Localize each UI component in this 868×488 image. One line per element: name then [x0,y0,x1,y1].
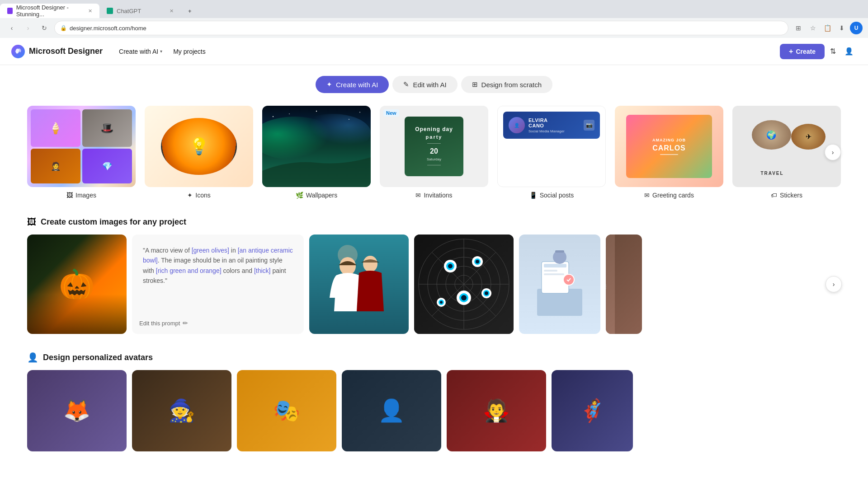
svg-point-5 [316,111,317,112]
svg-point-7 [359,112,360,113]
avatar-1[interactable]: 🦊 [27,370,127,451]
category-social[interactable]: 👤 ELVIRA CANO Social Media Manager 📷 📱 [497,106,606,199]
svg-point-28 [461,295,467,300]
svg-rect-38 [544,270,557,272]
svg-point-22 [448,264,453,268]
stickers-text: Stickers [780,192,802,199]
active-tab[interactable]: Microsoft Designer - Stunning... ✕ [0,4,99,18]
category-next-button[interactable]: › [825,144,841,160]
stickers-icon: 🏷 [771,192,777,199]
design-tab-icon: ⊞ [472,80,478,89]
logo-text: Microsoft Designer [29,47,103,56]
avatar-4[interactable]: 👤 [342,370,441,451]
collections-button[interactable]: 📋 [821,22,834,34]
avatar-2[interactable]: 🧙 [132,370,231,451]
design-tab-label: Design from scratch [481,81,542,89]
forward-button[interactable]: › [22,22,34,34]
svg-point-6 [349,119,349,120]
pumpkin-gallery-item[interactable]: 🎃 [27,235,127,334]
spider-gallery-item[interactable] [414,235,514,334]
profile-initial: U [854,25,859,31]
custom-images-section: 🖼 Create custom images for any project 🎃… [27,217,841,334]
create-with-ai-tab[interactable]: ✦ Create with AI [316,76,389,93]
greeting-text: Greeting cards [652,192,694,199]
main-tab-bar: ✦ Create with AI ✎ Edit with AI ⊞ Design… [27,76,841,93]
prompt-card[interactable]: "A macro view of [green olives] in [an a… [132,235,304,334]
reload-button[interactable]: ↻ [38,22,51,34]
prompt-text-2: in [229,247,238,254]
my-projects-label: My projects [173,48,206,55]
create-plus-icon: + [789,47,793,56]
avatars-header: 👤 Design personalized avatars [27,352,841,363]
greeting-thumb: Amazing job CARLOS [615,106,723,187]
edit-with-ai-tab[interactable]: ✎ Edit with AI [392,76,457,93]
avatar-3[interactable]: 🎭 [237,370,336,451]
social-label: 📱 Social posts [529,192,574,199]
lock-icon: 🔒 [60,25,67,31]
profile-button[interactable]: U [850,22,863,34]
account-button[interactable]: 👤 [841,43,857,60]
wallpapers-label: 🌿 Wallpapers [296,192,338,199]
icons-text: Icons [195,192,210,199]
svg-point-31 [440,301,443,304]
svg-rect-42 [555,250,564,253]
prompt-rich-green: [rich green and orange] [156,267,222,274]
category-greeting[interactable]: Amazing job CARLOS ✉ Greeting cards [615,106,723,199]
extensions-button[interactable]: ⊞ [792,22,805,34]
couple-gallery-item[interactable] [309,235,409,334]
greeting-label: ✉ Greeting cards [644,192,694,199]
tab-close-icon[interactable]: ✕ [88,8,92,14]
back-button[interactable]: ‹ [5,22,18,34]
invitations-text: Invitations [424,192,452,199]
svg-rect-39 [544,273,564,275]
share-button[interactable]: ⇅ [825,43,841,60]
chatgpt-tab-close-icon[interactable]: ✕ [170,8,174,14]
icons-thumb: 💡 [145,106,253,187]
create-with-ai-label: Create with AI [119,48,158,55]
ms-designer-logo [11,44,25,59]
edit-prompt-button[interactable]: Edit this prompt ✏ [139,319,188,327]
address-bar[interactable]: 🔒 designer.microsoft.com/home [54,21,788,35]
svg-point-2 [295,114,371,152]
new-badge: New [383,109,399,117]
category-grid: 🍦 🎩 🤵 💎 🖼 Images 💡 [27,106,841,199]
category-invitations[interactable]: New Opening day party 20 Saturday ✉ [380,106,488,199]
main-content: ✦ Create with AI ✎ Edit with AI ⊞ Design… [0,65,868,451]
greeting-icon: ✉ [644,192,650,199]
wallpapers-text: Wallpapers [306,192,338,199]
avatar-6[interactable]: 🦸 [552,370,633,451]
create-with-ai-nav[interactable]: Create with AI ▾ [113,45,168,58]
create-tab-label: Create with AI [336,81,378,89]
create-label: Create [796,48,816,55]
browser-actions: ⊞ ☆ 📋 ⬇ U [792,22,863,34]
stickers-thumb: 🌍 ✈ TRAVEL [732,106,841,187]
browser-tabs: Microsoft Designer - Stunning... ✕ ChatG… [0,0,868,18]
avatar-5[interactable]: 🧛 [447,370,546,451]
category-wallpapers[interactable]: 🌿 Wallpapers [262,106,371,199]
svg-point-3 [273,116,274,117]
partial-gallery-item[interactable]: 🐱 [606,235,642,334]
stickers-label: 🏷 Stickers [771,192,802,199]
category-icons[interactable]: 💡 ✦ Icons [145,106,253,199]
category-images[interactable]: 🍦 🎩 🤵 💎 🖼 Images [27,106,136,199]
gallery-next-button[interactable]: › [826,276,842,292]
chatgpt-favicon [107,8,113,14]
favorites-button[interactable]: ☆ [807,22,819,34]
dropdown-chevron-icon: ▾ [160,49,162,54]
new-tab-button[interactable]: + [181,4,262,18]
downloads-button[interactable]: ⬇ [835,22,848,34]
prompt-thick: [thick] [254,267,271,274]
tab-title: Microsoft Designer - Stunning... [16,4,85,18]
browser-chrome: Microsoft Designer - Stunning... ✕ ChatG… [0,0,868,38]
images-text: Images [75,192,96,199]
edit-pencil-icon: ✏ [183,319,188,327]
desk-gallery-item[interactable] [519,235,600,334]
my-projects-nav[interactable]: My projects [168,45,211,58]
app-logo[interactable]: Microsoft Designer [11,44,103,59]
design-from-scratch-tab[interactable]: ⊞ Design from scratch [461,76,552,93]
section-header: 🖼 Create custom images for any project [27,217,841,227]
create-button[interactable]: + Create [780,44,825,59]
inactive-tab[interactable]: ChatGPT ✕ [99,4,181,18]
icons-icon: ✦ [187,192,193,199]
invitations-thumb: New Opening day party 20 Saturday [380,106,488,187]
